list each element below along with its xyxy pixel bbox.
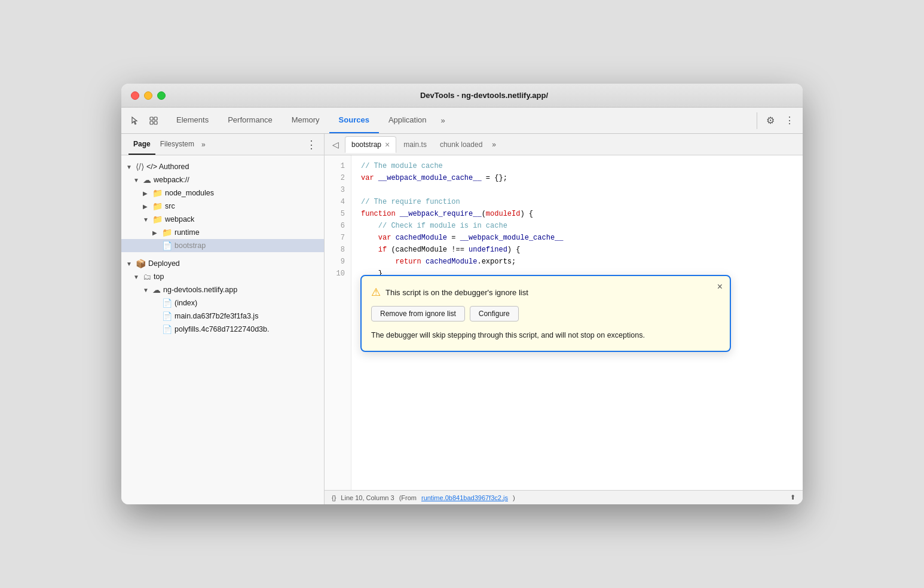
tree-item-src[interactable]: ▶ 📁 src bbox=[121, 200, 324, 213]
sidebar-menu-icon[interactable]: ⋮ bbox=[306, 139, 317, 150]
main-tab-bar: Elements Performance Memory Sources Appl… bbox=[121, 108, 803, 134]
editor-tab-more[interactable]: » bbox=[489, 140, 498, 149]
code-line-5: function __webpack_require__(moduleId) { bbox=[361, 208, 793, 220]
tree-label-deployed: Deployed bbox=[148, 259, 180, 268]
code-editor[interactable]: 1 2 3 4 5 6 7 8 9 10 // The module cache… bbox=[325, 155, 803, 490]
editor-tab-bootstrap-close[interactable]: × bbox=[385, 140, 390, 149]
code-line-4: // The require function bbox=[361, 196, 793, 208]
source-file-link[interactable]: runtime.0b841bad3967f3c2.js bbox=[421, 494, 508, 501]
sidebar-tab-page[interactable]: Page bbox=[128, 134, 155, 155]
editor-tab-bootstrap-label: bootstrap bbox=[351, 140, 381, 149]
line-num-7: 7 bbox=[325, 232, 351, 244]
code-line-7: var cachedModule = __webpack_module_cach… bbox=[361, 232, 793, 244]
editor-tab-bootstrap[interactable]: bootstrap × bbox=[345, 136, 396, 153]
tree-item-runtime[interactable]: ▶ 📁 runtime bbox=[121, 226, 324, 239]
top-folder-icon: 🗂 bbox=[143, 272, 151, 281]
cloud-icon-ng: ☁ bbox=[152, 285, 161, 295]
line-num-9: 9 bbox=[325, 256, 351, 268]
tree-arrow-webpack-root: ▼ bbox=[133, 177, 140, 183]
tree-item-authored[interactable]: ▼ ⟨/⟩ </> Authored bbox=[121, 160, 324, 173]
folder-icon-runtime: 📁 bbox=[162, 228, 172, 237]
popup-close-button[interactable]: × bbox=[717, 282, 723, 292]
scroll-to-top-icon[interactable]: ⬆ bbox=[790, 494, 796, 501]
configure-button[interactable]: Configure bbox=[470, 306, 519, 321]
svg-rect-2 bbox=[150, 121, 153, 124]
braces-icon[interactable]: {} bbox=[332, 494, 336, 501]
line-numbers: 1 2 3 4 5 6 7 8 9 10 bbox=[325, 155, 351, 490]
tree-item-main-js[interactable]: ▶ 📄 main.da63f7b2fe3f1fa3.js bbox=[121, 310, 324, 323]
editor-tab-main-ts[interactable]: main.ts bbox=[397, 136, 433, 153]
from-label: (From bbox=[399, 494, 417, 501]
code-line-2: var __webpack_module_cache__ = {}; bbox=[361, 172, 793, 184]
file-icon-index: 📄 bbox=[162, 298, 172, 308]
status-bar: {} Line 10, Column 3 (From runtime.0b841… bbox=[325, 490, 803, 504]
close-paren: ) bbox=[513, 494, 515, 501]
tree-arrow-ng-devtools: ▼ bbox=[143, 287, 150, 293]
tree-label-ng-devtools: ng-devtools.netlify.app bbox=[163, 286, 237, 294]
toolbar-icons bbox=[126, 112, 162, 129]
tab-more[interactable]: » bbox=[436, 116, 450, 125]
tree-label-webpack-root: webpack:// bbox=[154, 176, 189, 184]
code-line-6: // Check if module is in cache bbox=[361, 220, 793, 232]
file-icon-polyfills: 📄 bbox=[162, 324, 172, 334]
minimize-button[interactable] bbox=[144, 91, 152, 100]
sidebar-tab-bar: Page Filesystem » ⋮ bbox=[121, 134, 324, 155]
tree-label-authored: </> Authored bbox=[146, 163, 189, 171]
main-tab-list: Elements Performance Memory Sources Appl… bbox=[167, 108, 757, 133]
tree-label-node-modules: node_modules bbox=[165, 189, 214, 197]
sidebar-tab-filesystem[interactable]: Filesystem bbox=[155, 134, 199, 155]
tab-application[interactable]: Application bbox=[379, 108, 436, 133]
tab-sources[interactable]: Sources bbox=[329, 108, 379, 133]
tree-item-ng-devtools[interactable]: ▼ ☁ ng-devtools.netlify.app bbox=[121, 283, 324, 296]
toolbar-right: ⚙ ⋮ bbox=[757, 112, 798, 129]
file-icon-main-js: 📄 bbox=[162, 311, 172, 321]
tree-arrow-deployed: ▼ bbox=[126, 261, 133, 267]
tab-performance[interactable]: Performance bbox=[218, 108, 282, 133]
line-num-3: 3 bbox=[325, 184, 351, 196]
tree-item-index[interactable]: ▶ 📄 (index) bbox=[121, 296, 324, 310]
line-num-1: 1 bbox=[325, 160, 351, 172]
tree-arrow-webpack-folder: ▼ bbox=[143, 216, 150, 223]
cursor-icon[interactable] bbox=[126, 112, 143, 129]
line-num-10: 10 bbox=[325, 268, 351, 280]
more-icon[interactable]: ⋮ bbox=[781, 112, 798, 129]
tab-elements[interactable]: Elements bbox=[167, 108, 218, 133]
collapse-panel-button[interactable]: ◁ bbox=[327, 136, 344, 153]
authored-icon: ⟨/⟩ bbox=[136, 162, 144, 172]
line-num-5: 5 bbox=[325, 208, 351, 220]
inspect-icon[interactable] bbox=[145, 112, 162, 129]
main-area: Page Filesystem » ⋮ ▼ ⟨/⟩ </> Authored ▼ bbox=[121, 134, 803, 504]
file-icon-bootstrap: 📄 bbox=[162, 241, 172, 250]
remove-from-ignore-list-button[interactable]: Remove from ignore list bbox=[371, 306, 465, 321]
tree-arrow-runtime: ▶ bbox=[152, 229, 160, 236]
code-line-9: return cachedModule.exports; bbox=[361, 256, 793, 268]
svg-rect-1 bbox=[154, 117, 157, 120]
tree-item-webpack-folder[interactable]: ▼ 📁 webpack bbox=[121, 213, 324, 226]
tree-item-node-modules[interactable]: ▶ 📁 node_modules bbox=[121, 186, 324, 200]
maximize-button[interactable] bbox=[157, 91, 166, 100]
sidebar-tab-more[interactable]: » bbox=[199, 140, 208, 149]
folder-icon-webpack: 📁 bbox=[152, 215, 163, 224]
code-line-8: if (cachedModule !== undefined) { bbox=[361, 244, 793, 256]
file-tree: ▼ ⟨/⟩ </> Authored ▼ ☁ webpack:// ▶ 📁 no… bbox=[121, 155, 324, 341]
line-num-8: 8 bbox=[325, 244, 351, 256]
tree-item-bootstrap[interactable]: ▶ 📄 bootstrap bbox=[121, 239, 324, 252]
line-num-2: 2 bbox=[325, 172, 351, 184]
svg-rect-0 bbox=[150, 117, 153, 120]
tree-label-runtime: runtime bbox=[175, 228, 200, 237]
popup-title: This script is on the debugger's ignore … bbox=[385, 288, 528, 297]
tree-item-webpack-root[interactable]: ▼ ☁ webpack:// bbox=[121, 173, 324, 186]
settings-icon[interactable]: ⚙ bbox=[762, 112, 779, 129]
tree-label-bootstrap: bootstrap bbox=[175, 241, 206, 250]
popup-buttons: Remove from ignore list Configure bbox=[371, 306, 720, 321]
line-num-4: 4 bbox=[325, 196, 351, 208]
tab-memory[interactable]: Memory bbox=[282, 108, 329, 133]
close-button[interactable] bbox=[131, 91, 139, 100]
deployed-icon: 📦 bbox=[136, 259, 146, 268]
tree-item-polyfills[interactable]: ▶ 📄 polyfills.4c768d7122740d3b. bbox=[121, 323, 324, 336]
editor-tab-chunk-loaded[interactable]: chunk loaded bbox=[434, 136, 488, 153]
tree-item-top[interactable]: ▼ 🗂 top bbox=[121, 270, 324, 283]
window-title: DevTools - ng-devtools.netlify.app/ bbox=[175, 91, 793, 100]
tree-label-top: top bbox=[154, 272, 164, 281]
tree-item-deployed[interactable]: ▼ 📦 Deployed bbox=[121, 257, 324, 270]
